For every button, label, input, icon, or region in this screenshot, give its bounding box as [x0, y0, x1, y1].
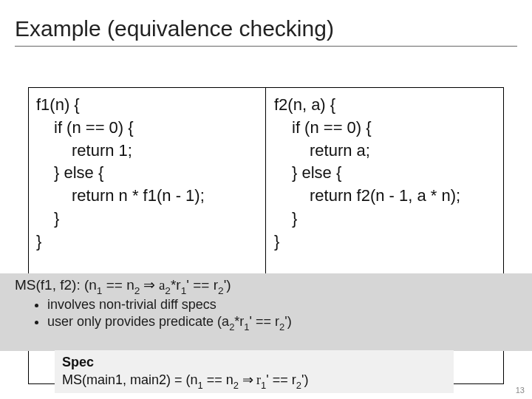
subscript: 2 — [229, 321, 234, 332]
subscript: 1 — [198, 380, 203, 391]
text: user only provides predicate (a — [47, 314, 229, 329]
subscript: 2 — [233, 380, 239, 391]
subscript: 1 — [261, 380, 266, 391]
text: == n — [102, 277, 134, 293]
subscript: 1 — [97, 285, 103, 296]
text: ') — [224, 277, 231, 293]
list-item: involves non-trivial diff specs — [47, 297, 528, 313]
text: ') — [301, 372, 308, 387]
subscript: 2 — [296, 380, 301, 391]
code-line: } — [274, 231, 511, 253]
slide: Example (equivalence checking) f1(n) { i… — [0, 0, 532, 399]
ms-spec-line: MS(f1, f2): (n1 == n2 ⇒ a2*r1' == r2') — [15, 276, 528, 296]
implies: ⇒ r — [239, 372, 261, 387]
text: *r — [171, 277, 181, 293]
code-line: } else { — [36, 162, 273, 185]
code-line: } else { — [274, 162, 511, 185]
code-line: f2(n, a) { — [274, 94, 511, 117]
code-line: if (n == 0) { — [36, 117, 273, 140]
text: ' == r — [266, 372, 296, 387]
ms-overlay: MS(f1, f2): (n1 == n2 ⇒ a2*r1' == r2') i… — [0, 273, 532, 351]
code-line: if (n == 0) { — [274, 117, 511, 140]
text: == n — [203, 372, 233, 387]
text: MS(f1, f2): (n — [15, 277, 97, 293]
text: ' == r — [186, 277, 218, 293]
implies: ⇒ a — [140, 277, 165, 293]
slide-title: Example (equivalence checking) — [15, 16, 517, 41]
title-block: Example (equivalence checking) — [15, 16, 517, 47]
subscript: 2 — [134, 285, 140, 296]
code-line: return 1; — [36, 140, 273, 163]
text: (n — [186, 372, 198, 387]
subscript: 2 — [279, 321, 284, 332]
subscript: 2 — [165, 285, 171, 296]
code-line: return f2(n - 1, a * n); — [274, 185, 511, 208]
code-line: } — [36, 231, 273, 253]
page-number: 13 — [516, 386, 525, 395]
code-left: f1(n) { if (n == 0) { return 1; } else {… — [36, 94, 273, 253]
code-line: return a; — [274, 140, 511, 163]
code-line: f1(n) { — [36, 94, 273, 117]
text: ' == r — [250, 314, 279, 329]
code-line: } — [36, 208, 273, 231]
spec-heading: Spec — [62, 353, 446, 371]
ms-bullet-list: involves non-trivial diff specs user onl… — [47, 297, 528, 332]
subscript: 1 — [181, 285, 187, 296]
text: MS(main1, main2) = — [62, 372, 186, 387]
code-right: f2(n, a) { if (n == 0) { return a; } els… — [274, 94, 511, 253]
text: *r — [234, 314, 244, 329]
text: ') — [284, 314, 291, 329]
subscript: 2 — [218, 285, 224, 296]
spec-overlay: Spec MS(main1, main2) = (n1 == n2 ⇒ r1' … — [55, 350, 454, 393]
spec-equation: MS(main1, main2) = (n1 == n2 ⇒ r1' == r2… — [62, 371, 446, 391]
code-line: return n * f1(n - 1); — [36, 185, 273, 208]
code-line: } — [274, 208, 511, 231]
subscript: 1 — [244, 321, 249, 332]
list-item: user only provides predicate (a2*r1' == … — [47, 314, 528, 332]
